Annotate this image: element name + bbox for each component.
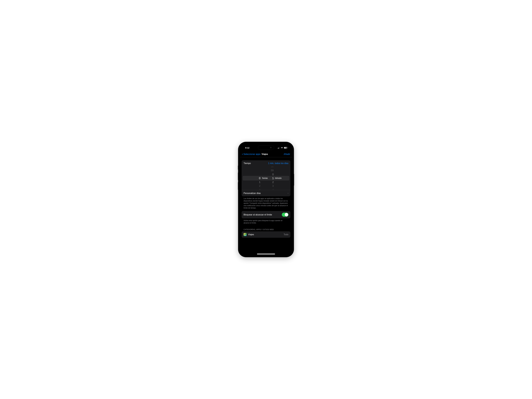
status-right: 76 [278,146,288,149]
chevron-right-icon: › [288,192,288,195]
power-button [294,174,294,186]
block-label: Bloquear al alcanzar el límite [244,214,272,216]
home-indicator[interactable] [257,254,275,254]
volume-down-button [238,182,238,190]
cellular-signal-icon [278,147,280,149]
minutes-wheel[interactable]: 58 59 0 1 2 3 4 minuto [270,166,290,190]
back-button[interactable]: ‹ Seleccionar apps Viajes [242,152,268,156]
category-row-viajes[interactable]: 🏝️ Viajes Todo [242,231,290,238]
back-label: Seleccionar apps [243,153,260,155]
block-on-limit-row[interactable]: Bloquear al alcanzar el límite [242,211,290,218]
battery-icon: 76 [284,147,288,149]
chevron-left-icon: ‹ [242,152,243,156]
volume-up-button [238,172,238,180]
screen: 9:12 76 ‹ Seleccionar apps Viajes [240,144,292,255]
customize-days-row[interactable]: Personalizar días › [242,190,290,196]
time-label: Tiempo [244,162,251,165]
content-scroll[interactable]: Tiempo 1 min, todos los días 0 1 [240,157,292,255]
mute-switch [238,165,238,170]
customize-days-label: Personalizar días [244,192,261,195]
wifi-icon [281,146,283,149]
time-row[interactable]: Tiempo 1 min, todos los días [242,160,290,166]
block-toggle[interactable] [282,213,288,217]
dynamic-island [258,145,274,150]
categories-header: CATEGORÍAS, APPS Y SITIOS WEB [242,226,290,231]
clock: 9:12 [245,146,249,149]
minutes-unit-label: minuto [275,177,282,179]
hours-selected: 0 [259,176,260,180]
categories-card: 🏝️ Viajes Todo [242,231,290,238]
limits-explainer: Los límites de uso de apps se aplicarán … [242,196,290,211]
add-button[interactable]: Añadir [284,153,290,155]
block-card: Bloquear al alcanzar el límite [242,211,290,218]
page-title: Viajes [262,153,268,155]
block-note: Activa esta opción para bloquear la app … [242,218,290,226]
nav-bar: ‹ Seleccionar apps Viajes Añadir [240,151,292,157]
time-value: 1 min, todos los días [268,162,288,165]
minutes-selected: 1 [272,176,274,180]
time-picker[interactable]: 0 1 2 3 horas 58 59 0 [242,166,290,190]
time-card: Tiempo 1 min, todos los días 0 1 [242,160,290,196]
phone-frame: 9:12 76 ‹ Seleccionar apps Viajes [238,142,294,257]
travel-category-icon: 🏝️ [244,233,247,236]
hours-unit-label: horas [262,177,268,179]
hours-wheel[interactable]: 0 1 2 3 horas [242,166,270,190]
category-label: Viajes [248,233,254,236]
category-value: Todo [284,233,288,236]
